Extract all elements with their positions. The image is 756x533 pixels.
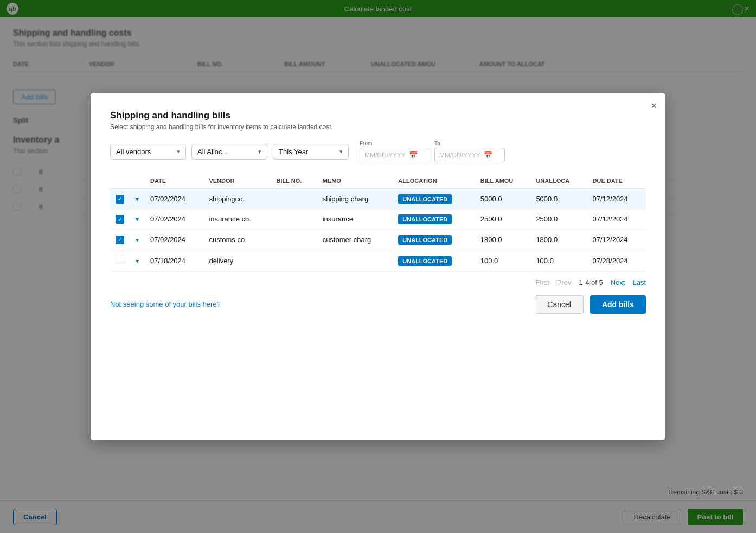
table-row: ✓ ▾ 07/02/2024 shippingco. shipping char…	[110, 189, 646, 210]
row-memo	[317, 250, 393, 271]
allocation-badge: UNALLOCATED	[398, 235, 452, 245]
row-allocation: UNALLOCATED	[393, 230, 475, 250]
row-expand-cell: ▾	[130, 250, 145, 271]
row-vendor: insurance co.	[203, 209, 271, 230]
modal-title: Shipping and handling bills	[110, 110, 646, 121]
row-bill-amount: 2500.0	[475, 209, 531, 230]
row-date: 07/02/2024	[145, 209, 203, 230]
pagination-next-button[interactable]: Next	[611, 278, 625, 287]
row-vendor: shippingco.	[203, 189, 271, 210]
row-checkbox[interactable]: ✓	[116, 215, 124, 224]
modal-dialog: × Shipping and handling bills Select shi…	[91, 93, 665, 440]
table-row: ✓ ▾ 07/02/2024 insurance co. insurance U…	[110, 209, 646, 230]
table-row: ▾ 07/18/2024 delivery UNALLOCATED 100.0 …	[110, 250, 646, 271]
filter-bar: All vendors ▾ All Alloc... ▾ This Year ▾…	[110, 141, 646, 162]
col-header-billno: BILL NO.	[271, 173, 317, 189]
col-header-duedate: DUE DATE	[587, 173, 646, 189]
from-calendar-icon: 📅	[409, 151, 418, 159]
table-row: ✓ ▾ 07/02/2024 customs co customer charg…	[110, 230, 646, 250]
col-header-checkbox	[110, 173, 130, 189]
bills-table-header: DATE VENDOR BILL NO. MEMO ALLOCATION BIL…	[110, 173, 646, 189]
pagination-info: 1-4 of 5	[579, 278, 603, 287]
allocation-filter[interactable]: All Alloc... ▾	[191, 144, 267, 160]
col-header-allocation: ALLOCATION	[393, 173, 475, 189]
row-expand-arrow[interactable]: ▾	[136, 195, 139, 203]
row-vendor: delivery	[203, 250, 271, 271]
row-expand-arrow[interactable]: ▾	[136, 236, 139, 244]
row-bill-amount: 1800.0	[475, 230, 531, 250]
row-bill-amount: 5000.0	[475, 189, 531, 210]
row-expand-cell: ▾	[130, 230, 145, 250]
row-billno	[271, 250, 317, 271]
pagination: First Prev 1-4 of 5 Next Last	[110, 278, 646, 287]
add-bills-button[interactable]: Add bills	[590, 295, 646, 314]
row-allocation: UNALLOCATED	[393, 250, 475, 271]
row-memo: customer charg	[317, 230, 393, 250]
col-header-unallocated: UNALLOCA	[530, 173, 587, 189]
row-memo: insurance	[317, 209, 393, 230]
row-expand-cell: ▾	[130, 209, 145, 230]
bills-table: DATE VENDOR BILL NO. MEMO ALLOCATION BIL…	[110, 173, 646, 272]
row-checkbox-cell: ✓	[110, 230, 130, 250]
modal-close-button[interactable]: ×	[651, 100, 657, 112]
row-memo: shipping charg	[317, 189, 393, 210]
row-billno	[271, 189, 317, 210]
vendor-filter[interactable]: All vendors ▾	[110, 144, 186, 160]
row-allocation: UNALLOCATED	[393, 189, 475, 210]
row-date: 07/02/2024	[145, 230, 203, 250]
allocation-badge: UNALLOCATED	[398, 214, 452, 224]
period-filter[interactable]: This Year ▾	[273, 144, 349, 160]
row-due-date: 07/28/2024	[587, 250, 646, 271]
col-header-expand	[130, 173, 145, 189]
period-filter-chevron: ▾	[339, 148, 343, 155]
modal-footer: Not seeing some of your bills here? Canc…	[110, 295, 646, 314]
row-due-date: 07/12/2024	[587, 230, 646, 250]
from-date-placeholder: MM/DD/YYYY	[364, 151, 406, 159]
row-vendor: customs co	[203, 230, 271, 250]
col-header-memo: MEMO	[317, 173, 393, 189]
date-range-filter: From MM/DD/YYYY 📅 To MM/DD/YYYY 📅	[360, 141, 505, 162]
row-expand-arrow[interactable]: ▾	[136, 215, 139, 223]
row-checkbox-cell: ✓	[110, 209, 130, 230]
row-allocation: UNALLOCATED	[393, 209, 475, 230]
from-date-input[interactable]: MM/DD/YYYY 📅	[360, 148, 430, 162]
row-checkbox[interactable]: ✓	[116, 195, 124, 204]
to-date-placeholder: MM/DD/YYYY	[439, 151, 480, 159]
row-unallocated: 1800.0	[530, 230, 587, 250]
vendor-filter-chevron: ▾	[177, 148, 180, 155]
row-date: 07/18/2024	[145, 250, 203, 271]
row-bill-amount: 100.0	[475, 250, 531, 271]
row-unallocated: 5000.0	[530, 189, 587, 210]
cancel-button[interactable]: Cancel	[535, 295, 584, 314]
allocation-badge: UNALLOCATED	[398, 256, 452, 266]
row-due-date: 07/12/2024	[587, 209, 646, 230]
period-filter-label: This Year	[279, 148, 308, 156]
row-checkbox[interactable]	[116, 256, 124, 264]
to-date-input[interactable]: MM/DD/YYYY 📅	[434, 148, 505, 162]
modal-subtitle: Select shipping and handling bills for i…	[110, 123, 646, 131]
row-expand-cell: ▾	[130, 189, 145, 210]
row-unallocated: 100.0	[530, 250, 587, 271]
row-billno	[271, 230, 317, 250]
bills-table-body: ✓ ▾ 07/02/2024 shippingco. shipping char…	[110, 189, 646, 272]
pagination-prev-button[interactable]: Prev	[557, 278, 572, 287]
row-checkbox[interactable]: ✓	[116, 236, 124, 244]
row-expand-arrow[interactable]: ▾	[136, 257, 139, 265]
vendor-filter-label: All vendors	[116, 148, 151, 156]
from-label: From	[360, 141, 430, 147]
row-unallocated: 2500.0	[530, 209, 587, 230]
col-header-billamount: BILL AMOU	[475, 173, 531, 189]
col-header-date: DATE	[145, 173, 203, 189]
footer-buttons: Cancel Add bills	[535, 295, 646, 314]
pagination-last-button[interactable]: Last	[632, 278, 646, 287]
not-seeing-link[interactable]: Not seeing some of your bills here?	[110, 300, 221, 308]
row-checkbox-cell: ✓	[110, 189, 130, 210]
row-checkbox-cell	[110, 250, 130, 271]
allocation-filter-chevron: ▾	[258, 148, 261, 155]
pagination-first-button[interactable]: First	[536, 278, 549, 287]
row-due-date: 07/12/2024	[587, 189, 646, 210]
col-header-vendor: VENDOR	[203, 173, 271, 189]
to-calendar-icon: 📅	[484, 151, 492, 159]
row-date: 07/02/2024	[145, 189, 203, 210]
allocation-filter-label: All Alloc...	[197, 148, 228, 156]
